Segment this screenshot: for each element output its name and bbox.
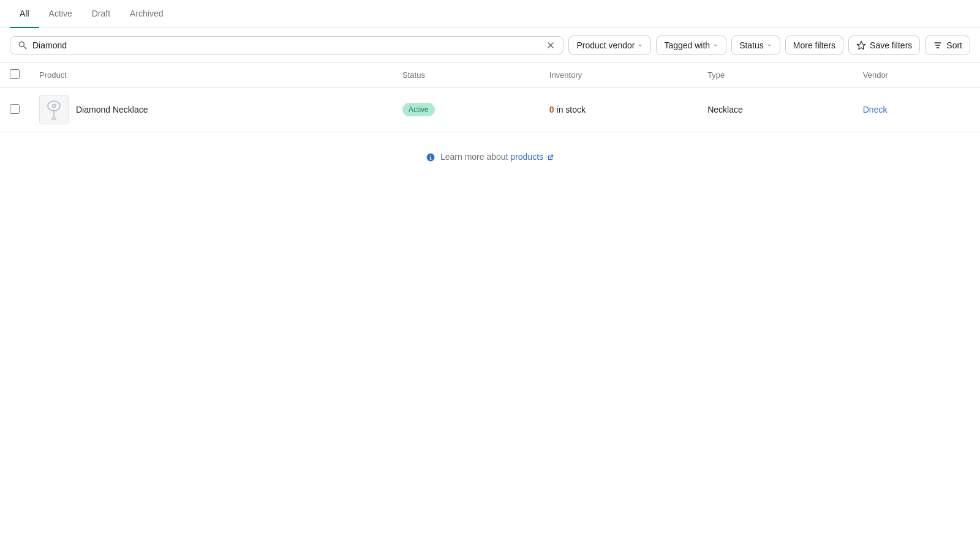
learn-more-text: Learn more about [440, 152, 510, 162]
inventory-count: 0 [549, 105, 554, 114]
tagged-with-filter-button[interactable]: Tagged with [656, 36, 726, 55]
search-icon [18, 40, 28, 50]
product-image [39, 95, 69, 124]
product-cell: Diamond Necklace [29, 88, 393, 132]
select-all-checkbox[interactable] [10, 69, 20, 79]
svg-point-4 [52, 104, 56, 108]
column-header-inventory: Inventory [540, 63, 698, 88]
learn-more-link[interactable]: products [510, 152, 554, 162]
sort-button[interactable]: Sort [925, 36, 970, 55]
status-badge: Active [402, 103, 435, 116]
column-header-status: Status [393, 63, 540, 88]
clear-search-button[interactable] [546, 40, 556, 50]
status-cell: Active [393, 88, 540, 132]
row-checkbox[interactable] [10, 104, 20, 114]
product-name[interactable]: Diamond Necklace [76, 105, 148, 114]
type-cell: Necklace [698, 88, 853, 132]
vendor-link[interactable]: Dneck [863, 105, 888, 114]
table-row: Diamond Necklace Active 0 in stock Neckl… [0, 88, 980, 132]
info-icon [426, 152, 435, 162]
vendor-cell: Dneck [853, 88, 980, 132]
search-wrapper [10, 36, 564, 54]
tab-archived[interactable]: Archived [120, 0, 173, 28]
product-vendor-filter-button[interactable]: Product vendor [568, 36, 651, 55]
products-table: Product Status Inventory Type Vendor [0, 62, 980, 132]
tab-all[interactable]: All [10, 0, 39, 28]
svg-marker-3 [51, 116, 56, 119]
learn-more-section: Learn more about products [0, 132, 980, 182]
save-filters-button[interactable]: Save filters [848, 36, 920, 55]
status-filter-button[interactable]: Status [731, 36, 780, 55]
inventory-cell: 0 in stock [540, 88, 698, 132]
row-checkbox-cell [0, 88, 29, 132]
toolbar: Product vendor Tagged with Status More f… [0, 28, 980, 62]
tab-draft[interactable]: Draft [82, 0, 120, 28]
search-input[interactable] [32, 40, 541, 50]
more-filters-button[interactable]: More filters [785, 36, 843, 55]
inventory-label: in stock [557, 105, 586, 114]
svg-marker-0 [858, 42, 865, 50]
column-header-vendor: Vendor [853, 63, 980, 88]
tab-active[interactable]: Active [39, 0, 82, 28]
select-all-header [0, 63, 29, 88]
column-header-type: Type [698, 63, 853, 88]
page-container: All Active Draft Archived Product vendor [0, 0, 980, 551]
column-header-product: Product [29, 63, 393, 88]
tabs-bar: All Active Draft Archived [0, 0, 980, 28]
